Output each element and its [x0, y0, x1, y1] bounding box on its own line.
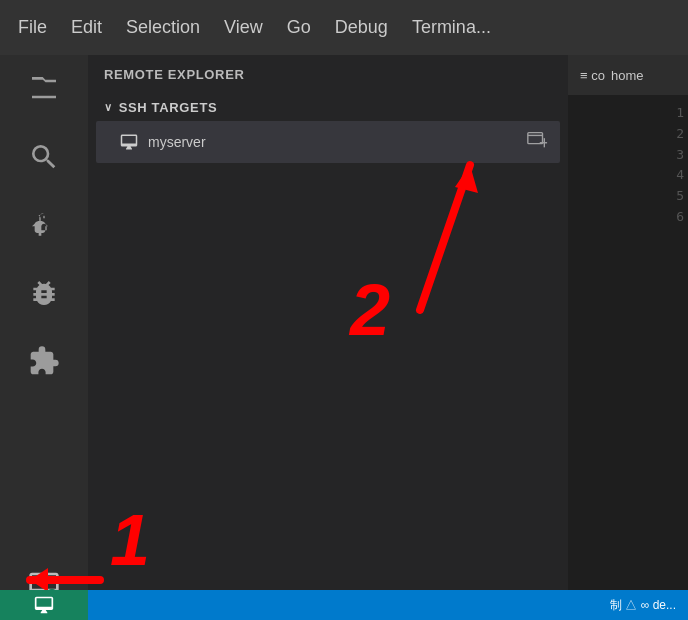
debug-icon-btn[interactable]	[20, 269, 68, 317]
ssh-targets-section: ∨ SSH TARGETS myserver	[88, 94, 568, 163]
status-bar-left	[88, 590, 483, 620]
menu-terminal[interactable]: Termina...	[402, 13, 501, 42]
sidebar: REMOTE EXPLORER ∨ SSH TARGETS myserver	[88, 55, 568, 620]
connect-new-window-icon	[526, 129, 548, 151]
menu-view[interactable]: View	[214, 13, 273, 42]
line-numbers: 1 2 3 4 5 6	[568, 95, 688, 236]
menubar: File Edit Selection View Go Debug Termin…	[0, 0, 688, 55]
editor-area: ≡ co home 1 2 3 4 5 6	[568, 55, 688, 620]
line-3: 3	[572, 145, 684, 166]
menu-edit[interactable]: Edit	[61, 13, 112, 42]
search-icon-btn[interactable]	[20, 133, 68, 181]
editor-header: ≡ co home	[568, 55, 688, 95]
ssh-targets-label: SSH TARGETS	[119, 100, 218, 115]
sidebar-title: REMOTE EXPLORER	[88, 55, 568, 94]
main-layout: REMOTE EXPLORER ∨ SSH TARGETS myserver	[0, 55, 688, 620]
line-2: 2	[572, 124, 684, 145]
line-6: 6	[572, 207, 684, 228]
ssh-target-myserver[interactable]: myserver	[96, 121, 560, 163]
menu-file[interactable]: File	[8, 13, 57, 42]
git-icon	[28, 209, 60, 241]
extensions-icon	[28, 345, 60, 377]
search-icon	[28, 141, 60, 173]
menu-go[interactable]: Go	[277, 13, 321, 42]
remote-status-monitor-icon	[34, 595, 54, 615]
explorer-icon-btn[interactable]	[20, 65, 68, 113]
sidebar-title-text: REMOTE EXPLORER	[104, 67, 245, 82]
chevron-icon: ∨	[104, 101, 113, 114]
editor-header-text: ≡ co	[580, 68, 605, 83]
explorer-icon	[28, 73, 60, 105]
svg-rect-1	[528, 133, 543, 144]
line-4: 4	[572, 165, 684, 186]
editor-filename: home	[611, 68, 644, 83]
line-1: 1	[572, 103, 684, 124]
debug-icon	[28, 277, 60, 309]
connect-new-window-btn[interactable]	[522, 127, 552, 157]
ssh-targets-header[interactable]: ∨ SSH TARGETS	[96, 94, 560, 121]
remote-status-icon[interactable]	[0, 590, 88, 620]
menu-debug[interactable]: Debug	[325, 13, 398, 42]
status-right-text: 制 △ ∞ de...	[610, 597, 676, 614]
git-icon-btn[interactable]	[20, 201, 68, 249]
activity-bar	[0, 55, 88, 620]
menu-selection[interactable]: Selection	[116, 13, 210, 42]
line-5: 5	[572, 186, 684, 207]
monitor-icon	[120, 133, 138, 151]
server-name: myserver	[148, 134, 206, 150]
extensions-icon-btn[interactable]	[20, 337, 68, 385]
ssh-target-left: myserver	[120, 133, 206, 151]
status-bar-right: 制 △ ∞ de...	[483, 590, 688, 620]
